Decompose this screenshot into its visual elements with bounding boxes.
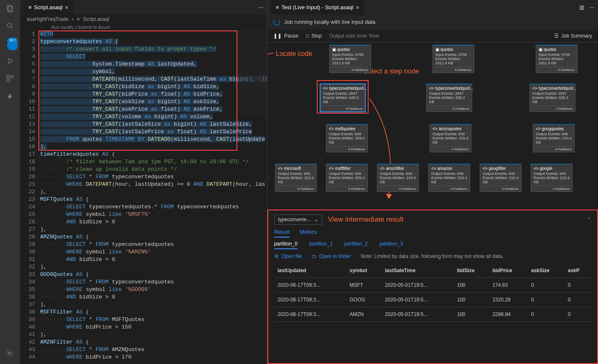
column-header: lastSaleTime (382, 263, 453, 278)
node-quotes[interactable]: ▣quotesInput Events: 5705Events Written:… (536, 45, 578, 73)
controls-bar: ❚❚Pause □Stop Output start time: Now ☰Jo… (267, 29, 598, 43)
tab-title: Script.asaql (34, 4, 63, 10)
node-amazon[interactable]: <>amazonOutput Events: 949Events Written… (428, 164, 470, 192)
svg-line-3 (11, 27, 13, 29)
anno-locate: Locate code (276, 50, 312, 58)
input-icon: ▣ (539, 47, 542, 52)
table-row[interactable]: 2020-06-17T09:3...GOOG2020-05-01T19:5...… (274, 293, 591, 307)
debug-icon[interactable] (5, 56, 15, 66)
node-googfilter[interactable]: <>googfilterOutput Events: 949Events Wri… (480, 164, 522, 192)
anno-select: Select a step node (364, 68, 419, 75)
column-header: lastUpdated (274, 263, 346, 278)
folder-icon: 🗀 (312, 253, 317, 259)
svg-rect-10 (7, 79, 10, 82)
partition-tab[interactable]: partition_1 (309, 241, 333, 249)
step-icon: <> (329, 166, 334, 171)
job-status: Job running locally with live input data (267, 15, 598, 29)
more-icon[interactable]: ⋯ (589, 4, 595, 10)
node-quotes[interactable]: ▣quotesInput Events: 5705Events Written:… (433, 45, 474, 73)
svg-rect-8 (7, 76, 10, 78)
step-icon: <> (380, 166, 385, 171)
open-folder-link[interactable]: 🗀Open in folder (312, 253, 351, 259)
column-header: bidSize (454, 263, 489, 278)
tab-result[interactable]: Result (274, 229, 290, 238)
more-icon[interactable]: ⋯ (258, 4, 264, 10)
step-icon: <> (429, 86, 434, 91)
right-tab-bar: ≡ Test (Live Input) - Script.asaql × ▥ ⋯ (267, 0, 598, 15)
azure-icon[interactable] (5, 91, 15, 101)
table-row[interactable]: 2020-06-17T09:3...MSFT2020-05-01T19:5...… (274, 278, 591, 293)
file-icon: ≡ (28, 4, 32, 10)
partition-tab[interactable]: partition_3 (379, 241, 403, 249)
extensions-icon[interactable] (5, 73, 15, 83)
code-editor[interactable]: 1234567891011121314151617181920212223242… (20, 30, 267, 364)
activity-bar: 1K+ (0, 0, 20, 364)
table-row[interactable]: 2020-06-17T09:3...AMZN2020-05-01T19:5...… (274, 307, 591, 322)
svg-point-2 (7, 23, 11, 27)
run-locally-link[interactable]: Run locally (51, 25, 74, 30)
node-amznquotes[interactable]: <>amznquotesOutput Events: 949Events Wri… (430, 124, 471, 152)
tab-title: Test (Live Input) - Script.asaql (282, 4, 354, 10)
node-typeconverted[interactable]: <>typeconvertedquot...Output Events: 284… (529, 83, 575, 112)
step-dropdown[interactable]: typeconverte...⌄ (274, 215, 322, 225)
file-icon: ≡ (276, 4, 279, 10)
search-icon[interactable] (5, 21, 15, 31)
job-diagram[interactable]: Locate code Select a step node ▣quotesIn… (267, 43, 598, 210)
node-quotes[interactable]: ▣quotesInput Events: 5705Events Written:… (329, 45, 371, 73)
node-amznfilter[interactable]: <>amznfilterOutput Events: 949Events Wri… (377, 164, 419, 192)
editor-tab[interactable]: ≡ Script.asaql × (23, 0, 74, 15)
editor-tab-bar: ≡ Script.asaql × ⋯ (20, 0, 267, 15)
collapse-icon[interactable]: ⌃ (587, 217, 591, 223)
tab-metrics[interactable]: Metrics (300, 229, 317, 238)
submit-azure-link[interactable]: Submit to Azure (78, 25, 110, 30)
list-icon: ☰ (554, 33, 559, 39)
open-file-link[interactable]: 🗎Open file (274, 253, 302, 259)
partition-tab[interactable]: partition_0 (274, 241, 298, 249)
node-typeconverted[interactable]: <>typeconvertedquot...Output Events: 284… (426, 83, 472, 112)
split-icon[interactable]: ▥ (579, 4, 584, 10)
minimap[interactable] (238, 30, 267, 114)
results-panel: typeconverte...⌄ View intermediate resul… (267, 210, 598, 364)
stop-button[interactable]: □Stop (306, 33, 322, 39)
status-text: Job running locally with live input data (284, 19, 375, 25)
explorer-icon[interactable] (5, 3, 15, 13)
partition-tab[interactable]: partition_2 (344, 241, 368, 249)
scm-badge: 1K+ (8, 38, 18, 50)
node-google[interactable]: <>googleOutput Events: 949Events Written… (531, 164, 573, 192)
results-table: lastUpdatedsymbollastSaleTimebidSizebidP… (274, 263, 591, 322)
node-msftquotes[interactable]: <>msftquotesOutput Events: 949Events Wri… (326, 124, 368, 152)
pause-button[interactable]: ❚❚Pause (273, 33, 298, 39)
step-icon: <> (329, 126, 334, 131)
test-pane: ≡ Test (Live Input) - Script.asaql × ▥ ⋯… (267, 0, 598, 364)
input-icon: ▣ (435, 47, 439, 52)
breadcrumb[interactable]: asaHighFreqTrade› ≡Script.asaql (20, 15, 267, 24)
note-text: Note: Limited by data size, following fo… (361, 253, 504, 259)
input-icon: ▣ (332, 47, 336, 52)
step-icon: <> (483, 166, 488, 171)
svg-rect-9 (11, 76, 13, 78)
stop-icon: □ (306, 33, 309, 39)
svg-marker-13 (386, 194, 392, 199)
node-msftfilter[interactable]: <>msftfilterOutput Events: 949Events Wri… (326, 164, 368, 192)
code-lens: Run locally | Submit to Azure (20, 24, 267, 30)
column-header: askP (565, 263, 591, 278)
node-typeconverted[interactable]: <>typeconvertedquot...Output Events: 284… (320, 83, 366, 112)
job-summary-button[interactable]: ☰Job Summary (554, 33, 592, 39)
anno-view: View intermediate result (328, 215, 404, 224)
editor-pane: ≡ Script.asaql × ⋯ asaHighFreqTrade› ≡Sc… (20, 0, 267, 364)
node-googquotes[interactable]: <>googquotesOutput Events: 949Events Wri… (533, 124, 575, 152)
column-header: symbol (346, 263, 382, 278)
step-icon: <> (536, 126, 541, 131)
step-icon: <> (278, 166, 283, 171)
settings-icon[interactable] (5, 349, 14, 359)
column-header: askSize (528, 263, 565, 278)
step-icon: <> (532, 86, 537, 91)
step-icon: <> (431, 166, 436, 171)
node-microsoft[interactable]: <>microsoftOutput Events: 949Events Writ… (275, 164, 317, 192)
chevron-down-icon: ⌄ (314, 217, 318, 222)
test-tab[interactable]: ≡ Test (Live Input) - Script.asaql × (271, 0, 364, 15)
svg-marker-7 (9, 58, 13, 63)
close-icon[interactable]: × (65, 4, 69, 11)
close-icon[interactable]: × (356, 4, 359, 11)
step-icon: <> (323, 86, 328, 91)
